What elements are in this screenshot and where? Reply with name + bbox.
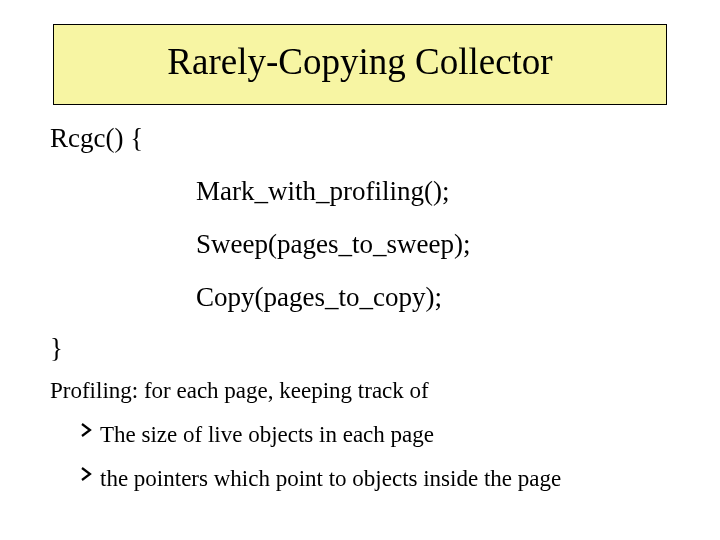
code-open-brace: Rcgc() { [50, 123, 688, 154]
bullet-text-2: the pointers which point to objects insi… [100, 466, 561, 492]
profiling-heading: Profiling: for each page, keeping track … [50, 378, 688, 404]
chevron-right-icon [78, 422, 94, 438]
bullet-text-1: The size of live objects in each page [100, 422, 434, 448]
chevron-right-icon [78, 466, 94, 482]
bullet-item-1: The size of live objects in each page [78, 422, 688, 448]
slide: Rarely-Copying Collector Rcgc() { Mark_w… [0, 0, 720, 540]
title-box: Rarely-Copying Collector [53, 24, 667, 105]
code-line-mark: Mark_with_profiling(); [196, 176, 688, 207]
code-line-sweep: Sweep(pages_to_sweep); [196, 229, 688, 260]
slide-title: Rarely-Copying Collector [167, 41, 552, 82]
code-close-brace: } [50, 333, 688, 364]
bullet-item-2: the pointers which point to objects insi… [78, 466, 688, 492]
code-line-copy: Copy(pages_to_copy); [196, 282, 688, 313]
